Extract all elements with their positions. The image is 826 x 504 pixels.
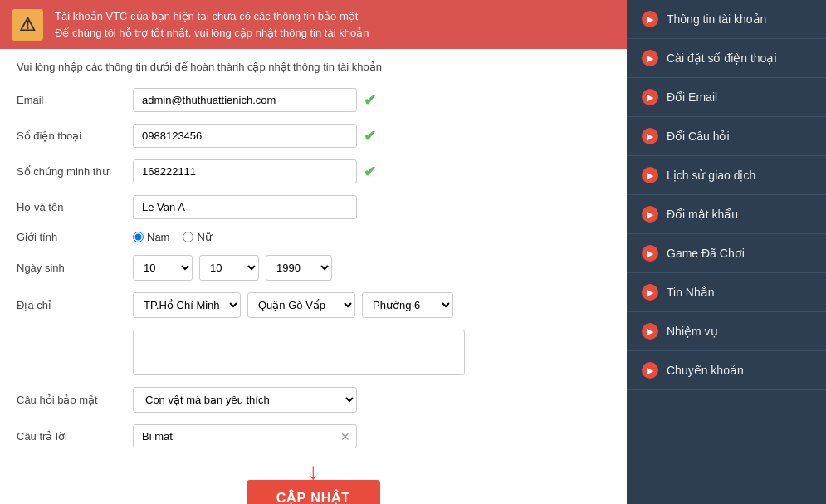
sidebar-arrow-icon-9: ▶ bbox=[642, 362, 658, 379]
sidebar-item-7[interactable]: ▶Tin Nhắn bbox=[627, 273, 826, 312]
sidebar-item-label-0: Thông tin tài khoản bbox=[667, 12, 766, 26]
address-ward-select[interactable]: Phường 6 bbox=[362, 292, 453, 318]
gender-male-label[interactable]: Nam bbox=[133, 231, 169, 243]
dob-group: 10 10 1990 bbox=[133, 255, 332, 281]
name-row: Họ và tên bbox=[17, 195, 610, 219]
email-check-icon: ✔ bbox=[364, 91, 376, 110]
answer-input[interactable] bbox=[133, 424, 357, 448]
dob-month-select[interactable]: 10 bbox=[199, 255, 259, 281]
sidebar-arrow-icon-3: ▶ bbox=[642, 128, 658, 144]
answer-row: Câu trả lời ✕ bbox=[17, 424, 610, 448]
gender-row: Giới tính Nam Nữ bbox=[17, 231, 610, 243]
sidebar-item-label-9: Chuyển khoản bbox=[667, 364, 744, 377]
sidebar: ▶Thông tin tài khoản▶Cài đặt số điện tho… bbox=[627, 0, 826, 504]
security-row: Câu hỏi bảo mật Con vật mà bạn yêu thích bbox=[17, 387, 610, 413]
alert-text: Tài khoản VTC của bạn hiện tại chưa có c… bbox=[55, 8, 369, 41]
id-row: Số chứng minh thư ✔ bbox=[17, 159, 610, 183]
phone-check-icon: ✔ bbox=[364, 127, 376, 145]
submit-area: ↓ CẬP NHẬT bbox=[17, 460, 610, 504]
sidebar-item-2[interactable]: ▶Đổi Email bbox=[627, 78, 826, 117]
email-input[interactable] bbox=[133, 88, 357, 112]
sidebar-item-label-1: Cài đặt số điện thoại bbox=[667, 51, 777, 65]
id-check-icon: ✔ bbox=[364, 163, 376, 181]
gender-group: Nam Nữ bbox=[133, 231, 212, 243]
answer-label: Câu trả lời bbox=[17, 430, 133, 443]
gender-female-text: Nữ bbox=[197, 231, 211, 243]
id-label: Số chứng minh thư bbox=[17, 165, 133, 178]
sidebar-item-label-3: Đổi Câu hỏi bbox=[667, 130, 730, 143]
answer-field-wrap: ✕ bbox=[133, 424, 357, 448]
dob-day-select[interactable]: 10 bbox=[133, 255, 193, 281]
security-label: Câu hỏi bảo mật bbox=[17, 394, 133, 406]
dob-year-select[interactable]: 1990 bbox=[266, 255, 332, 281]
sidebar-arrow-icon-2: ▶ bbox=[642, 89, 658, 105]
phone-field-wrap: ✔ bbox=[133, 124, 376, 148]
sidebar-item-label-4: Lịch sử giao dịch bbox=[667, 169, 755, 182]
alert-banner: ⚠ Tài khoản VTC của bạn hiện tại chưa có… bbox=[0, 0, 627, 49]
alert-icon: ⚠ bbox=[12, 9, 43, 41]
gender-label: Giới tính bbox=[17, 231, 133, 243]
sidebar-arrow-icon-7: ▶ bbox=[642, 284, 658, 301]
sidebar-arrow-icon-8: ▶ bbox=[642, 323, 658, 340]
gender-male-radio[interactable] bbox=[133, 232, 144, 242]
phone-input[interactable] bbox=[133, 124, 357, 148]
sidebar-arrow-icon-0: ▶ bbox=[642, 11, 658, 27]
address-city-select[interactable]: TP.Hồ Chí Minh bbox=[133, 292, 241, 318]
address-detail-textarea[interactable] bbox=[133, 330, 465, 375]
sidebar-item-5[interactable]: ▶Đổi mật khẩu bbox=[627, 195, 826, 234]
sidebar-arrow-icon-4: ▶ bbox=[642, 167, 658, 183]
address-label: Địa chỉ bbox=[17, 299, 133, 311]
sidebar-item-label-6: Game Đã Chơi bbox=[667, 247, 745, 260]
sidebar-arrow-icon-5: ▶ bbox=[642, 206, 658, 223]
submit-button[interactable]: CẬP NHẬT bbox=[247, 480, 380, 504]
sidebar-item-6[interactable]: ▶Game Đã Chơi bbox=[627, 234, 826, 273]
answer-input-wrap: ✕ bbox=[133, 424, 357, 448]
answer-clear-button[interactable]: ✕ bbox=[340, 430, 350, 443]
sidebar-item-8[interactable]: ▶Nhiệm vụ bbox=[627, 312, 826, 351]
sidebar-arrow-icon-1: ▶ bbox=[642, 50, 658, 66]
gender-female-label[interactable]: Nữ bbox=[183, 231, 211, 243]
security-question-select[interactable]: Con vật mà bạn yêu thích bbox=[133, 387, 357, 413]
id-field-wrap: ✔ bbox=[133, 159, 376, 183]
gender-female-radio[interactable] bbox=[183, 232, 193, 242]
sidebar-item-label-7: Tin Nhắn bbox=[667, 286, 715, 299]
address-district-select[interactable]: Quận Gò Vấp bbox=[247, 292, 355, 318]
sidebar-item-label-2: Đổi Email bbox=[667, 91, 717, 104]
gender-male-text: Nam bbox=[147, 231, 169, 243]
email-label: Email bbox=[17, 94, 133, 106]
phone-label: Số điện thoại bbox=[17, 130, 133, 142]
id-input[interactable] bbox=[133, 159, 357, 183]
sidebar-item-label-5: Đổi mật khẩu bbox=[667, 208, 738, 221]
sidebar-item-1[interactable]: ▶Cài đặt số điện thoại bbox=[627, 39, 826, 78]
name-label: Họ và tên bbox=[17, 201, 133, 213]
phone-row: Số điện thoại ✔ bbox=[17, 124, 610, 148]
dob-label: Ngày sinh bbox=[17, 262, 133, 274]
sidebar-item-label-8: Nhiệm vụ bbox=[667, 325, 718, 338]
name-field-wrap bbox=[133, 195, 357, 219]
intro-text: Vui lòng nhập các thông tin dưới để hoàn… bbox=[17, 61, 610, 73]
email-field-wrap: ✔ bbox=[133, 88, 376, 112]
dob-row: Ngày sinh 10 10 1990 bbox=[17, 255, 610, 281]
sidebar-item-4[interactable]: ▶Lịch sử giao dịch bbox=[627, 156, 826, 195]
sidebar-item-3[interactable]: ▶Đổi Câu hỏi bbox=[627, 117, 826, 156]
sidebar-item-9[interactable]: ▶Chuyển khoản bbox=[627, 351, 826, 390]
email-row: Email ✔ bbox=[17, 88, 610, 112]
address-row: Địa chỉ TP.Hồ Chí Minh Quận Gò Vấp Phườn… bbox=[17, 292, 610, 318]
security-field-wrap: Con vật mà bạn yêu thích bbox=[133, 387, 357, 413]
sidebar-item-0[interactable]: ▶Thông tin tài khoản bbox=[627, 0, 826, 39]
sidebar-arrow-icon-6: ▶ bbox=[642, 245, 658, 262]
address-group: TP.Hồ Chí Minh Quận Gò Vấp Phường 6 bbox=[133, 292, 453, 318]
name-input[interactable] bbox=[133, 195, 357, 219]
